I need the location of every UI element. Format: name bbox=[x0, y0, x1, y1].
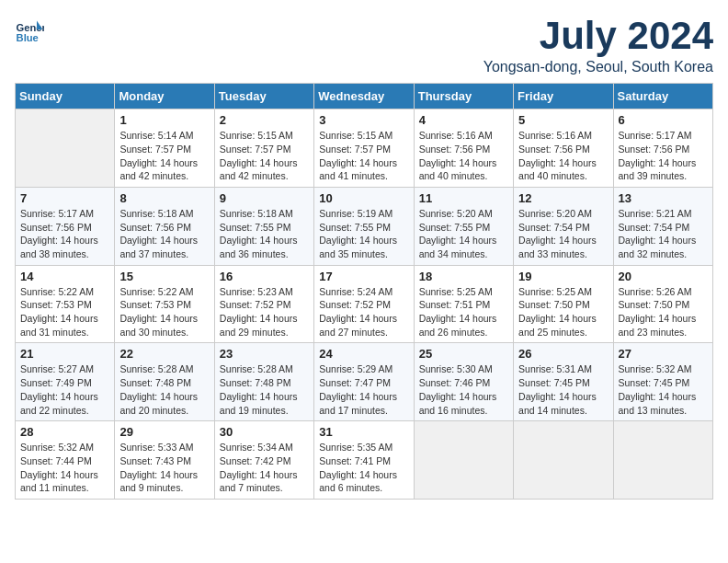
calendar-cell: 4Sunrise: 5:16 AMSunset: 7:56 PMDaylight… bbox=[414, 109, 513, 188]
calendar-week-3: 14Sunrise: 5:22 AMSunset: 7:53 PMDayligh… bbox=[16, 265, 713, 343]
day-number: 9 bbox=[220, 191, 309, 205]
calendar-header-tuesday: Tuesday bbox=[214, 84, 313, 109]
day-number: 1 bbox=[119, 113, 209, 127]
day-info: Sunrise: 5:18 AMSunset: 7:56 PMDaylight:… bbox=[119, 207, 209, 261]
day-info: Sunrise: 5:16 AMSunset: 7:56 PMDaylight:… bbox=[419, 129, 508, 183]
calendar-cell: 20Sunrise: 5:26 AMSunset: 7:50 PMDayligh… bbox=[613, 265, 712, 343]
calendar-header-row: SundayMondayTuesdayWednesdayThursdayFrid… bbox=[16, 84, 713, 109]
month-title: July 2024 bbox=[483, 15, 713, 57]
calendar-cell bbox=[414, 421, 513, 500]
calendar-cell: 9Sunrise: 5:18 AMSunset: 7:55 PMDaylight… bbox=[214, 187, 313, 265]
calendar-week-5: 28Sunrise: 5:32 AMSunset: 7:44 PMDayligh… bbox=[16, 421, 713, 500]
location-title: Yongsan-dong, Seoul, South Korea bbox=[483, 59, 713, 75]
day-number: 6 bbox=[619, 113, 708, 127]
day-number: 15 bbox=[119, 270, 209, 283]
calendar-cell: 6Sunrise: 5:17 AMSunset: 7:56 PMDaylight… bbox=[613, 109, 712, 188]
day-info: Sunrise: 5:28 AMSunset: 7:48 PMDaylight:… bbox=[119, 362, 209, 417]
day-info: Sunrise: 5:32 AMSunset: 7:45 PMDaylight:… bbox=[619, 362, 708, 417]
day-info: Sunrise: 5:34 AMSunset: 7:42 PMDaylight:… bbox=[220, 441, 309, 495]
day-info: Sunrise: 5:21 AMSunset: 7:54 PMDaylight:… bbox=[619, 207, 708, 261]
calendar-header-monday: Monday bbox=[115, 84, 214, 109]
calendar-body: 1Sunrise: 5:14 AMSunset: 7:57 PMDaylight… bbox=[16, 109, 713, 500]
day-info: Sunrise: 5:24 AMSunset: 7:52 PMDaylight:… bbox=[319, 285, 408, 339]
calendar-cell: 14Sunrise: 5:22 AMSunset: 7:53 PMDayligh… bbox=[16, 265, 115, 343]
calendar-cell: 2Sunrise: 5:15 AMSunset: 7:57 PMDaylight… bbox=[214, 109, 313, 188]
day-number: 27 bbox=[619, 347, 708, 361]
day-info: Sunrise: 5:32 AMSunset: 7:44 PMDaylight:… bbox=[20, 441, 109, 495]
day-number: 2 bbox=[220, 113, 309, 127]
calendar-cell: 22Sunrise: 5:28 AMSunset: 7:48 PMDayligh… bbox=[115, 343, 214, 421]
day-info: Sunrise: 5:33 AMSunset: 7:43 PMDaylight:… bbox=[119, 441, 209, 495]
title-block: July 2024 Yongsan-dong, Seoul, South Kor… bbox=[483, 15, 713, 75]
calendar-cell: 30Sunrise: 5:34 AMSunset: 7:42 PMDayligh… bbox=[214, 421, 313, 500]
calendar-cell: 23Sunrise: 5:28 AMSunset: 7:48 PMDayligh… bbox=[214, 343, 313, 421]
day-info: Sunrise: 5:19 AMSunset: 7:55 PMDaylight:… bbox=[319, 207, 408, 261]
calendar-cell: 13Sunrise: 5:21 AMSunset: 7:54 PMDayligh… bbox=[613, 187, 712, 265]
calendar-cell: 7Sunrise: 5:17 AMSunset: 7:56 PMDaylight… bbox=[16, 187, 115, 265]
day-info: Sunrise: 5:26 AMSunset: 7:50 PMDaylight:… bbox=[619, 285, 708, 339]
day-info: Sunrise: 5:20 AMSunset: 7:55 PMDaylight:… bbox=[419, 207, 508, 261]
calendar-week-1: 1Sunrise: 5:14 AMSunset: 7:57 PMDaylight… bbox=[16, 109, 713, 188]
calendar-cell: 25Sunrise: 5:30 AMSunset: 7:46 PMDayligh… bbox=[414, 343, 513, 421]
calendar-cell: 21Sunrise: 5:27 AMSunset: 7:49 PMDayligh… bbox=[16, 343, 115, 421]
calendar-cell: 16Sunrise: 5:23 AMSunset: 7:52 PMDayligh… bbox=[214, 265, 313, 343]
calendar-cell: 29Sunrise: 5:33 AMSunset: 7:43 PMDayligh… bbox=[115, 421, 214, 500]
calendar-cell bbox=[16, 109, 115, 188]
day-info: Sunrise: 5:25 AMSunset: 7:51 PMDaylight:… bbox=[419, 285, 508, 339]
calendar-cell: 5Sunrise: 5:16 AMSunset: 7:56 PMDaylight… bbox=[514, 109, 613, 188]
day-number: 14 bbox=[20, 270, 109, 283]
calendar-cell: 19Sunrise: 5:25 AMSunset: 7:50 PMDayligh… bbox=[514, 265, 613, 343]
calendar-cell: 17Sunrise: 5:24 AMSunset: 7:52 PMDayligh… bbox=[314, 265, 414, 343]
day-number: 20 bbox=[619, 270, 708, 283]
logo-icon: General Blue bbox=[15, 15, 44, 44]
day-number: 26 bbox=[518, 347, 608, 361]
day-info: Sunrise: 5:14 AMSunset: 7:57 PMDaylight:… bbox=[119, 129, 209, 183]
day-number: 8 bbox=[119, 191, 209, 205]
day-number: 25 bbox=[419, 347, 508, 361]
page-header: General Blue July 2024 Yongsan-dong, Seo… bbox=[15, 15, 713, 75]
day-number: 19 bbox=[518, 270, 608, 283]
calendar-header-sunday: Sunday bbox=[16, 84, 115, 109]
day-number: 22 bbox=[119, 347, 209, 361]
day-info: Sunrise: 5:22 AMSunset: 7:53 PMDaylight:… bbox=[119, 285, 209, 339]
day-info: Sunrise: 5:15 AMSunset: 7:57 PMDaylight:… bbox=[220, 129, 309, 183]
calendar-cell: 11Sunrise: 5:20 AMSunset: 7:55 PMDayligh… bbox=[414, 187, 513, 265]
day-info: Sunrise: 5:29 AMSunset: 7:47 PMDaylight:… bbox=[319, 362, 408, 417]
day-info: Sunrise: 5:17 AMSunset: 7:56 PMDaylight:… bbox=[619, 129, 708, 183]
calendar-cell: 18Sunrise: 5:25 AMSunset: 7:51 PMDayligh… bbox=[414, 265, 513, 343]
day-number: 5 bbox=[518, 113, 608, 127]
calendar-cell: 31Sunrise: 5:35 AMSunset: 7:41 PMDayligh… bbox=[314, 421, 414, 500]
calendar-table: SundayMondayTuesdayWednesdayThursdayFrid… bbox=[15, 83, 713, 500]
day-info: Sunrise: 5:28 AMSunset: 7:48 PMDaylight:… bbox=[220, 362, 309, 417]
day-number: 3 bbox=[319, 113, 408, 127]
day-number: 11 bbox=[419, 191, 508, 205]
day-number: 7 bbox=[20, 191, 109, 205]
calendar-cell: 12Sunrise: 5:20 AMSunset: 7:54 PMDayligh… bbox=[514, 187, 613, 265]
calendar-cell: 27Sunrise: 5:32 AMSunset: 7:45 PMDayligh… bbox=[613, 343, 712, 421]
day-number: 24 bbox=[319, 347, 408, 361]
calendar-week-4: 21Sunrise: 5:27 AMSunset: 7:49 PMDayligh… bbox=[16, 343, 713, 421]
calendar-header-friday: Friday bbox=[514, 84, 613, 109]
day-info: Sunrise: 5:31 AMSunset: 7:45 PMDaylight:… bbox=[518, 362, 608, 417]
logo: General Blue bbox=[15, 15, 44, 44]
day-info: Sunrise: 5:22 AMSunset: 7:53 PMDaylight:… bbox=[20, 285, 109, 339]
day-info: Sunrise: 5:16 AMSunset: 7:56 PMDaylight:… bbox=[518, 129, 608, 183]
day-info: Sunrise: 5:20 AMSunset: 7:54 PMDaylight:… bbox=[518, 207, 608, 261]
calendar-cell: 26Sunrise: 5:31 AMSunset: 7:45 PMDayligh… bbox=[514, 343, 613, 421]
calendar-header-saturday: Saturday bbox=[613, 84, 712, 109]
day-number: 4 bbox=[419, 113, 508, 127]
day-number: 16 bbox=[220, 270, 309, 283]
day-number: 21 bbox=[20, 347, 109, 361]
calendar-cell: 15Sunrise: 5:22 AMSunset: 7:53 PMDayligh… bbox=[115, 265, 214, 343]
day-info: Sunrise: 5:35 AMSunset: 7:41 PMDaylight:… bbox=[319, 441, 408, 495]
day-info: Sunrise: 5:17 AMSunset: 7:56 PMDaylight:… bbox=[20, 207, 109, 261]
day-number: 23 bbox=[220, 347, 309, 361]
day-number: 10 bbox=[319, 191, 408, 205]
calendar-header-thursday: Thursday bbox=[414, 84, 513, 109]
calendar-cell bbox=[613, 421, 712, 500]
calendar-header-wednesday: Wednesday bbox=[314, 84, 414, 109]
calendar-cell: 8Sunrise: 5:18 AMSunset: 7:56 PMDaylight… bbox=[115, 187, 214, 265]
day-info: Sunrise: 5:27 AMSunset: 7:49 PMDaylight:… bbox=[20, 362, 109, 417]
svg-text:Blue: Blue bbox=[17, 32, 39, 43]
day-number: 17 bbox=[319, 270, 408, 283]
